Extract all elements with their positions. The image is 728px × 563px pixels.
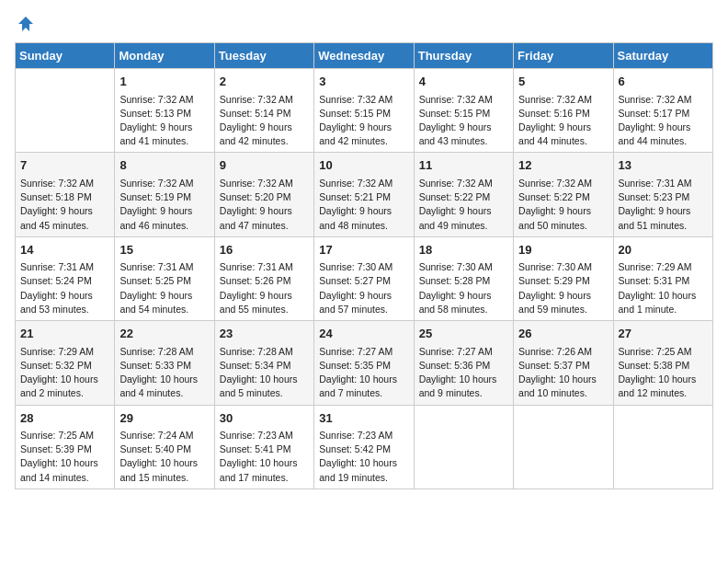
day-info: Sunrise: 7:32 AMSunset: 5:17 PMDaylight:… [619, 93, 708, 149]
calendar-cell: 29Sunrise: 7:24 AMSunset: 5:40 PMDayligh… [115, 405, 214, 488]
calendar-cell: 13Sunrise: 7:31 AMSunset: 5:23 PMDayligh… [613, 153, 712, 236]
day-number: 26 [518, 325, 608, 343]
day-number: 23 [220, 325, 309, 343]
day-header-tuesday: Tuesday [214, 43, 313, 69]
day-number: 17 [319, 241, 408, 259]
day-info: Sunrise: 7:31 AMSunset: 5:24 PMDaylight:… [20, 260, 109, 316]
day-number: 5 [518, 73, 608, 91]
calendar-cell: 11Sunrise: 7:32 AMSunset: 5:22 PMDayligh… [414, 153, 513, 236]
calendar-cell [613, 405, 712, 488]
day-info: Sunrise: 7:32 AMSunset: 5:13 PMDaylight:… [119, 93, 209, 149]
calendar-cell: 15Sunrise: 7:31 AMSunset: 5:25 PMDayligh… [115, 236, 214, 320]
calendar-cell: 28Sunrise: 7:25 AMSunset: 5:39 PMDayligh… [16, 405, 115, 488]
page-header [15, 15, 713, 33]
day-info: Sunrise: 7:29 AMSunset: 5:31 PMDaylight:… [619, 260, 708, 316]
day-info: Sunrise: 7:28 AMSunset: 5:33 PMDaylight:… [119, 345, 209, 401]
day-number: 25 [419, 325, 508, 343]
day-number: 24 [319, 325, 408, 343]
day-number: 27 [619, 325, 708, 343]
calendar-cell: 10Sunrise: 7:32 AMSunset: 5:21 PMDayligh… [314, 153, 414, 236]
logo [15, 15, 35, 33]
day-info: Sunrise: 7:32 AMSunset: 5:22 PMDaylight:… [518, 177, 608, 233]
day-number: 8 [119, 156, 209, 175]
day-number: 12 [518, 156, 608, 175]
day-info: Sunrise: 7:24 AMSunset: 5:40 PMDaylight:… [119, 429, 209, 485]
day-number: 16 [220, 241, 309, 259]
calendar-cell: 17Sunrise: 7:30 AMSunset: 5:27 PMDayligh… [314, 236, 414, 320]
day-info: Sunrise: 7:30 AMSunset: 5:29 PMDaylight:… [518, 260, 608, 316]
calendar-cell: 18Sunrise: 7:30 AMSunset: 5:28 PMDayligh… [414, 236, 513, 320]
day-number: 21 [20, 325, 109, 343]
day-header-monday: Monday [115, 43, 214, 69]
day-number: 7 [20, 156, 109, 175]
day-number: 22 [119, 325, 209, 343]
day-info: Sunrise: 7:32 AMSunset: 5:15 PMDaylight:… [419, 93, 508, 149]
calendar-cell: 26Sunrise: 7:26 AMSunset: 5:37 PMDayligh… [514, 321, 613, 405]
day-header-thursday: Thursday [414, 43, 513, 69]
day-number: 11 [419, 156, 508, 175]
calendar-cell: 21Sunrise: 7:29 AMSunset: 5:32 PMDayligh… [16, 321, 115, 405]
day-info: Sunrise: 7:32 AMSunset: 5:15 PMDaylight:… [319, 93, 408, 149]
day-number: 28 [20, 409, 109, 428]
day-number: 13 [619, 156, 708, 175]
calendar-cell: 19Sunrise: 7:30 AMSunset: 5:29 PMDayligh… [514, 236, 613, 320]
calendar-cell: 22Sunrise: 7:28 AMSunset: 5:33 PMDayligh… [115, 321, 214, 405]
calendar-cell: 1Sunrise: 7:32 AMSunset: 5:13 PMDaylight… [115, 69, 214, 153]
day-number: 1 [119, 73, 209, 91]
day-info: Sunrise: 7:27 AMSunset: 5:35 PMDaylight:… [319, 345, 408, 401]
logo-bird-icon [17, 15, 35, 33]
day-info: Sunrise: 7:25 AMSunset: 5:38 PMDaylight:… [619, 345, 708, 401]
day-info: Sunrise: 7:32 AMSunset: 5:18 PMDaylight:… [20, 177, 109, 233]
calendar-table: SundayMondayTuesdayWednesdayThursdayFrid… [15, 42, 713, 489]
day-info: Sunrise: 7:28 AMSunset: 5:34 PMDaylight:… [220, 345, 309, 401]
calendar-cell [16, 69, 115, 153]
day-info: Sunrise: 7:32 AMSunset: 5:19 PMDaylight:… [119, 177, 209, 233]
calendar-week-row: 28Sunrise: 7:25 AMSunset: 5:39 PMDayligh… [16, 405, 713, 488]
calendar-cell: 9Sunrise: 7:32 AMSunset: 5:20 PMDaylight… [214, 153, 313, 236]
day-number: 15 [119, 241, 209, 259]
calendar-cell: 2Sunrise: 7:32 AMSunset: 5:14 PMDaylight… [214, 69, 313, 153]
calendar-cell: 7Sunrise: 7:32 AMSunset: 5:18 PMDaylight… [16, 153, 115, 236]
calendar-cell: 14Sunrise: 7:31 AMSunset: 5:24 PMDayligh… [16, 236, 115, 320]
calendar-cell [414, 405, 513, 488]
day-number: 29 [119, 409, 209, 428]
day-info: Sunrise: 7:31 AMSunset: 5:25 PMDaylight:… [119, 260, 209, 316]
calendar-cell: 30Sunrise: 7:23 AMSunset: 5:41 PMDayligh… [214, 405, 313, 488]
calendar-cell: 27Sunrise: 7:25 AMSunset: 5:38 PMDayligh… [613, 321, 712, 405]
day-info: Sunrise: 7:23 AMSunset: 5:41 PMDaylight:… [220, 429, 309, 485]
calendar-cell: 6Sunrise: 7:32 AMSunset: 5:17 PMDaylight… [613, 69, 712, 153]
day-number: 20 [619, 241, 708, 259]
calendar-cell: 25Sunrise: 7:27 AMSunset: 5:36 PMDayligh… [414, 321, 513, 405]
day-info: Sunrise: 7:30 AMSunset: 5:27 PMDaylight:… [319, 260, 408, 316]
calendar-week-row: 21Sunrise: 7:29 AMSunset: 5:32 PMDayligh… [16, 321, 713, 405]
day-info: Sunrise: 7:29 AMSunset: 5:32 PMDaylight:… [20, 345, 109, 401]
calendar-cell: 23Sunrise: 7:28 AMSunset: 5:34 PMDayligh… [214, 321, 313, 405]
day-info: Sunrise: 7:23 AMSunset: 5:42 PMDaylight:… [319, 429, 408, 485]
day-number: 31 [319, 409, 408, 428]
calendar-week-row: 7Sunrise: 7:32 AMSunset: 5:18 PMDaylight… [16, 153, 713, 236]
day-header-wednesday: Wednesday [314, 43, 414, 69]
day-number: 3 [319, 73, 408, 91]
day-header-sunday: Sunday [16, 43, 115, 69]
calendar-cell: 8Sunrise: 7:32 AMSunset: 5:19 PMDaylight… [115, 153, 214, 236]
calendar-cell: 5Sunrise: 7:32 AMSunset: 5:16 PMDaylight… [514, 69, 613, 153]
day-number: 6 [619, 73, 708, 91]
day-info: Sunrise: 7:30 AMSunset: 5:28 PMDaylight:… [419, 260, 508, 316]
calendar-cell: 4Sunrise: 7:32 AMSunset: 5:15 PMDaylight… [414, 69, 513, 153]
day-number: 30 [220, 409, 309, 428]
day-info: Sunrise: 7:32 AMSunset: 5:21 PMDaylight:… [319, 177, 408, 233]
calendar-cell: 31Sunrise: 7:23 AMSunset: 5:42 PMDayligh… [314, 405, 414, 488]
day-info: Sunrise: 7:32 AMSunset: 5:14 PMDaylight:… [220, 93, 309, 149]
day-number: 18 [419, 241, 508, 259]
day-number: 2 [220, 73, 309, 91]
calendar-header-row: SundayMondayTuesdayWednesdayThursdayFrid… [16, 43, 713, 69]
day-info: Sunrise: 7:32 AMSunset: 5:16 PMDaylight:… [518, 93, 608, 149]
day-info: Sunrise: 7:26 AMSunset: 5:37 PMDaylight:… [518, 345, 608, 401]
day-header-saturday: Saturday [613, 43, 712, 69]
day-info: Sunrise: 7:32 AMSunset: 5:20 PMDaylight:… [220, 177, 309, 233]
day-info: Sunrise: 7:27 AMSunset: 5:36 PMDaylight:… [419, 345, 508, 401]
calendar-cell: 20Sunrise: 7:29 AMSunset: 5:31 PMDayligh… [613, 236, 712, 320]
calendar-week-row: 1Sunrise: 7:32 AMSunset: 5:13 PMDaylight… [16, 69, 713, 153]
day-header-friday: Friday [514, 43, 613, 69]
day-info: Sunrise: 7:31 AMSunset: 5:26 PMDaylight:… [220, 260, 309, 316]
